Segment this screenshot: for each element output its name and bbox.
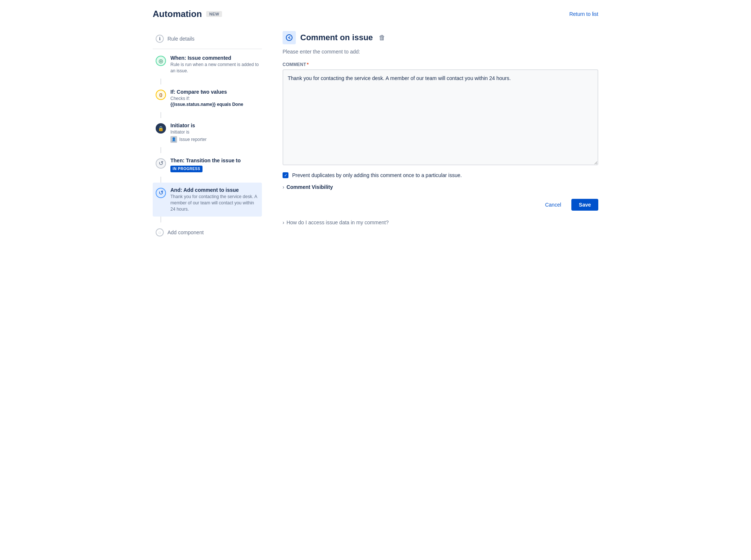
connector-1 (160, 79, 161, 84)
comment-label: Comment * (283, 62, 598, 67)
and-title: And: Add comment to issue (170, 187, 259, 193)
help-chevron-icon: › (283, 219, 284, 225)
when-title: When: Issue commented (170, 55, 259, 61)
visibility-label: Comment Visibility (287, 184, 333, 190)
comment-form: Comment * (283, 62, 598, 166)
and-description: Thank you for contacting the service des… (170, 194, 259, 212)
app-header: Automation NEW Return to list (153, 9, 598, 19)
main-content: ℹ Rule details ◎ When: Issue commented R… (153, 31, 598, 551)
help-row[interactable]: › How do I access issue data in my comme… (283, 219, 598, 225)
if-title: If: Compare two values (170, 89, 259, 95)
header-left: Automation NEW (153, 9, 222, 19)
info-icon: ℹ (156, 35, 164, 43)
when-description: Rule is run when a new comment is added … (170, 62, 259, 74)
connector-3 (160, 147, 161, 153)
issue-reporter-avatar: 👤 (170, 136, 177, 143)
then-description: IN PROGRESS (170, 164, 259, 172)
action-header: Comment on issue 🗑 (283, 31, 598, 44)
connector-2 (160, 112, 161, 118)
when-icon: ◎ (156, 56, 166, 66)
in-progress-badge: IN PROGRESS (170, 166, 203, 172)
then-content: Then: Transition the issue to IN PROGRES… (170, 158, 259, 172)
comment-visibility-row[interactable]: › Comment Visibility (283, 184, 598, 190)
sidebar-item-then[interactable]: ↺ Then: Transition the issue to IN PROGR… (153, 153, 262, 177)
required-star: * (307, 62, 309, 67)
initiator-title: Initiator is (170, 122, 259, 128)
sidebar-item-initiator[interactable]: 🔒 Initiator is Initiator is 👤 Issue repo… (153, 118, 262, 147)
prevent-duplicates-label: Prevent duplicates by only adding this c… (292, 172, 462, 178)
sidebar-item-rule-details[interactable]: ℹ Rule details (153, 31, 262, 49)
if-description: Checks if: {{issue.status.name}} equals … (170, 96, 259, 108)
app-title: Automation (153, 9, 202, 19)
chevron-right-icon: › (283, 184, 284, 190)
sidebar: ℹ Rule details ◎ When: Issue commented R… (153, 31, 271, 551)
action-buttons: Cancel Save (283, 199, 598, 211)
new-badge: NEW (206, 11, 222, 17)
initiator-content: Initiator is Initiator is 👤 Issue report… (170, 122, 259, 143)
initiator-icon: 🔒 (156, 123, 166, 134)
add-component-label: Add component (167, 229, 204, 235)
if-icon: {} (156, 90, 166, 100)
issue-reporter-label: Issue reporter (179, 136, 207, 143)
sidebar-item-if[interactable]: {} If: Compare two values Checks if: {{i… (153, 84, 262, 113)
and-content: And: Add comment to issue Thank you for … (170, 187, 259, 212)
sidebar-item-when[interactable]: ◎ When: Issue commented Rule is run when… (153, 51, 262, 79)
cancel-button[interactable]: Cancel (539, 199, 567, 211)
help-label: How do I access issue data in my comment… (287, 219, 389, 225)
rule-details-label: Rule details (167, 36, 194, 42)
sidebar-item-and[interactable]: ↺ And: Add comment to issue Thank you fo… (153, 183, 262, 217)
prevent-duplicates-row[interactable]: ✓ Prevent duplicates by only adding this… (283, 172, 598, 178)
issue-reporter-row: 👤 Issue reporter (170, 136, 259, 143)
action-subtitle: Please enter the comment to add: (283, 49, 598, 55)
save-button[interactable]: Save (571, 199, 598, 211)
then-icon: ↺ (156, 158, 166, 169)
return-to-list-link[interactable]: Return to list (569, 11, 598, 17)
comment-textarea[interactable] (283, 69, 598, 165)
add-component-button[interactable]: ○ Add component (153, 222, 262, 242)
if-content: If: Compare two values Checks if: {{issu… (170, 89, 259, 108)
prevent-duplicates-checkbox[interactable]: ✓ (283, 172, 288, 178)
and-icon: ↺ (156, 188, 166, 198)
delete-icon[interactable]: 🗑 (379, 34, 385, 42)
connector-4 (160, 177, 161, 183)
when-content: When: Issue commented Rule is run when a… (170, 55, 259, 74)
initiator-description: Initiator is 👤 Issue reporter (170, 129, 259, 143)
right-panel: Comment on issue 🗑 Please enter the comm… (271, 31, 598, 551)
action-icon (283, 31, 296, 44)
action-title: Comment on issue (300, 33, 373, 42)
connector-5 (160, 217, 161, 222)
add-component-icon: ○ (156, 228, 164, 236)
then-title: Then: Transition the issue to (170, 158, 259, 163)
